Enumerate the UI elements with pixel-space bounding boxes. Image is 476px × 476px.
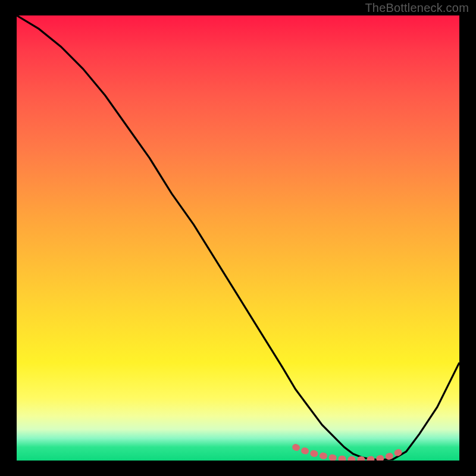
watermark-text: TheBottleneck.com (365, 1, 469, 15)
marker-band (296, 447, 402, 460)
curve-svg (17, 15, 459, 461)
chart-frame: TheBottleneck.com (0, 0, 476, 476)
marker-band-path (296, 447, 402, 460)
plot-area (17, 15, 459, 461)
bottleneck-curve (17, 15, 459, 460)
